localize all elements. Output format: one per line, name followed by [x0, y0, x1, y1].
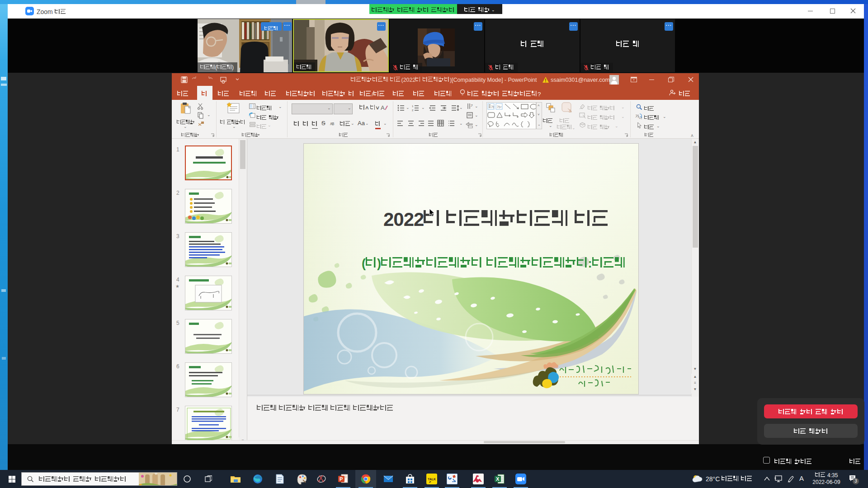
svg-text:TALK: TALK — [428, 478, 436, 481]
svg-text:가⌐: 가⌐ — [497, 105, 502, 108]
svg-text:A: A — [381, 104, 385, 111]
svg-text:X: X — [496, 476, 500, 482]
svg-text:가: 가 — [491, 105, 494, 108]
svg-text:1: 1 — [412, 105, 414, 108]
svg-text:가: 가 — [471, 103, 473, 108]
svg-text:나: 나 — [639, 116, 642, 119]
svg-text:2: 2 — [412, 109, 414, 112]
svg-text:P: P — [340, 476, 343, 482]
